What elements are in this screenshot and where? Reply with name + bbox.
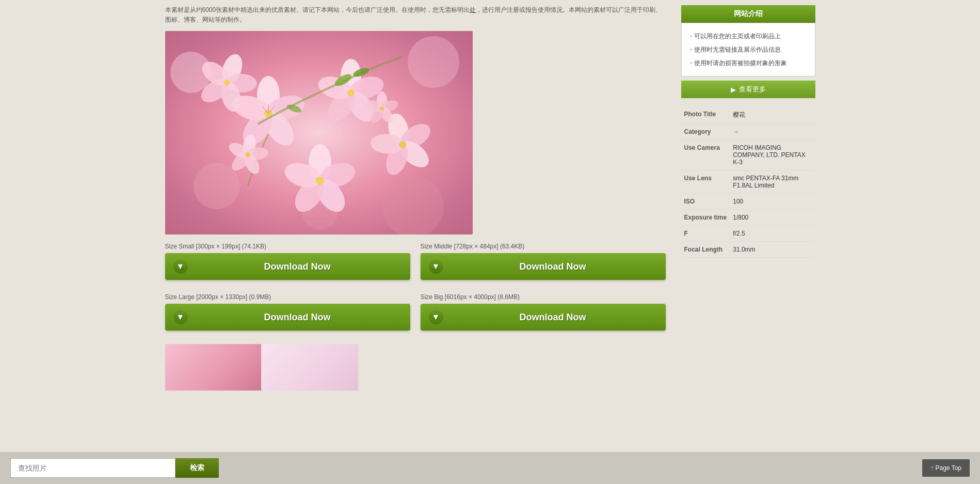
- photo-title-row: Photo Title 樱花: [681, 106, 815, 124]
- download-large-col: Size Large [2000px × 1330px] (0.9MB) ▼ D…: [165, 293, 410, 339]
- main-photo-container: [165, 31, 666, 235]
- lens-label: Use Lens: [681, 170, 730, 194]
- svg-point-20: [347, 89, 355, 97]
- f-label: F: [681, 226, 730, 242]
- thumbnail-1[interactable]: [165, 344, 261, 391]
- svg-point-38: [316, 177, 324, 185]
- focal-row: Focal Length 31.0mm: [681, 242, 815, 258]
- description-link[interactable]: 处: [470, 6, 476, 13]
- chevron-right-icon: ▶: [731, 86, 736, 93]
- size-middle-label: Size Middle [728px × 484px] (63.4KB): [421, 243, 666, 250]
- site-intro-title: 网站介绍: [681, 5, 815, 23]
- size-big-label: Size Big [6016px × 4000px] (8.6MB): [421, 293, 666, 301]
- svg-point-47: [380, 106, 384, 111]
- see-more-link[interactable]: ▶ 查看更多: [681, 81, 815, 98]
- f-value: f/2.5: [730, 226, 815, 242]
- svg-point-53: [245, 152, 250, 158]
- exposure-label: Exposure time: [681, 210, 730, 226]
- photo-title-label: Photo Title: [681, 106, 730, 124]
- download-big-button[interactable]: ▼ Download Now: [421, 304, 666, 331]
- download-middle-text: Download Now: [448, 261, 657, 272]
- download-large-text: Download Now: [193, 312, 402, 323]
- iso-row: ISO 100: [681, 194, 815, 210]
- thumbnail-2[interactable]: [262, 344, 358, 391]
- thumbnail-row: [165, 344, 666, 391]
- lens-value: smc PENTAX-FA 31mm F1.8AL Limited: [730, 170, 815, 194]
- download-arrow-icon-2: ▼: [429, 259, 443, 274]
- main-photo: [165, 31, 473, 235]
- svg-point-4: [194, 163, 240, 209]
- description-text: 本素材是从约6000张素材中精选出来的优质素材。请记下本网站，今后也请广泛使用。…: [165, 5, 666, 25]
- sidebar-info-item-2: 使用时无需链接及展示作品信息: [688, 43, 809, 56]
- download-arrow-icon-4: ▼: [429, 310, 443, 324]
- download-big-text: Download Now: [448, 312, 657, 323]
- sidebar-info-item-1: 可以用在您的主页或者印刷品上: [688, 29, 809, 43]
- exposure-row: Exposure time 1/800: [681, 210, 815, 226]
- focal-value: 31.0mm: [730, 242, 815, 258]
- download-small-button[interactable]: ▼ Download Now: [165, 253, 410, 280]
- category-label: Category: [681, 124, 730, 140]
- sidebar-info-list: 可以用在您的主页或者印刷品上 使用时无需链接及展示作品信息 使用时请勿损害被拍摄…: [688, 29, 809, 70]
- f-row: F f/2.5: [681, 226, 815, 242]
- download-middle-col: Size Middle [728px × 484px] (63.4KB) ▼ D…: [421, 243, 666, 288]
- photo-info-table: Photo Title 樱花 Category → Use Camera RIC…: [681, 106, 815, 258]
- camera-value: RICOH IMAGING COMPANY, LTD. PENTAX K-3: [730, 140, 815, 170]
- sidebar-info-box: 可以用在您的主页或者印刷品上 使用时无需链接及展示作品信息 使用时请勿损害被拍摄…: [681, 23, 815, 76]
- download-arrow-icon-3: ▼: [173, 310, 188, 324]
- iso-value: 100: [730, 194, 815, 210]
- svg-point-32: [399, 141, 406, 148]
- sidebar: 网站介绍 可以用在您的主页或者印刷品上 使用时无需链接及展示作品信息 使用时请勿…: [676, 0, 815, 396]
- sidebar-info-item-3: 使用时请勿损害被拍摄对象的形象: [688, 56, 809, 70]
- download-large-button[interactable]: ▼ Download Now: [165, 304, 410, 331]
- photo-title-value: 樱花: [730, 106, 815, 124]
- download-big-col: Size Big [6016px × 4000px] (8.6MB) ▼ Dow…: [421, 293, 666, 339]
- size-small-label: Size Small [300px × 199px] (74.1KB): [165, 243, 410, 250]
- camera-label: Use Camera: [681, 140, 730, 170]
- svg-point-2: [408, 36, 459, 88]
- size-large-label: Size Large [2000px × 1330px] (0.9MB): [165, 293, 410, 301]
- see-more-label: 查看更多: [739, 85, 766, 94]
- downloads-row-2: Size Large [2000px × 1330px] (0.9MB) ▼ D…: [165, 293, 666, 339]
- download-arrow-icon: ▼: [173, 259, 188, 274]
- downloads-row-1: Size Small [300px × 199px] (74.1KB) ▼ Do…: [165, 243, 666, 288]
- lens-row: Use Lens smc PENTAX-FA 31mm F1.8AL Limit…: [681, 170, 815, 194]
- iso-label: ISO: [681, 194, 730, 210]
- category-row: Category →: [681, 124, 815, 140]
- camera-row: Use Camera RICOH IMAGING COMPANY, LTD. P…: [681, 140, 815, 170]
- svg-point-26: [224, 80, 230, 86]
- focal-label: Focal Length: [681, 242, 730, 258]
- download-middle-button[interactable]: ▼ Download Now: [421, 253, 666, 280]
- download-small-text: Download Now: [193, 261, 402, 272]
- category-value: →: [730, 124, 815, 140]
- download-small-col: Size Small [300px × 199px] (74.1KB) ▼ Do…: [165, 243, 410, 288]
- exposure-value: 1/800: [730, 210, 815, 226]
